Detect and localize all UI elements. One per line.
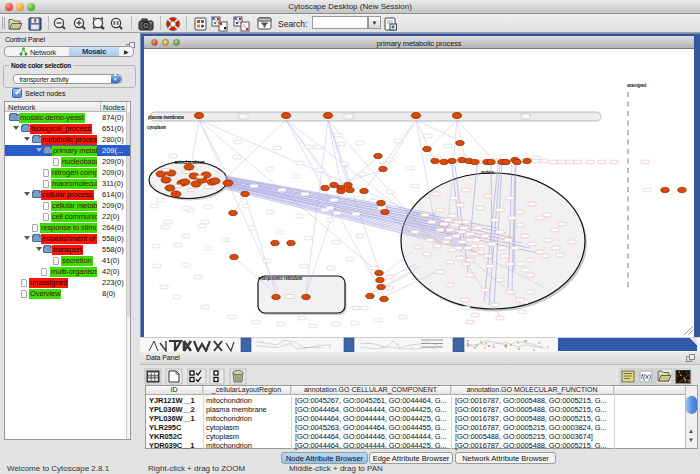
svg-text:plasma membrane: plasma membrane	[148, 114, 184, 120]
svg-text:endoplasmic reticulum: endoplasmic reticulum	[258, 275, 302, 281]
svg-text:cytoplasm: cytoplasm	[147, 124, 166, 130]
svg-text:unassigned: unassigned	[627, 82, 646, 88]
svg-text:nucleus: nucleus	[481, 169, 494, 175]
svg-text:f(x): f(x)	[641, 373, 651, 381]
